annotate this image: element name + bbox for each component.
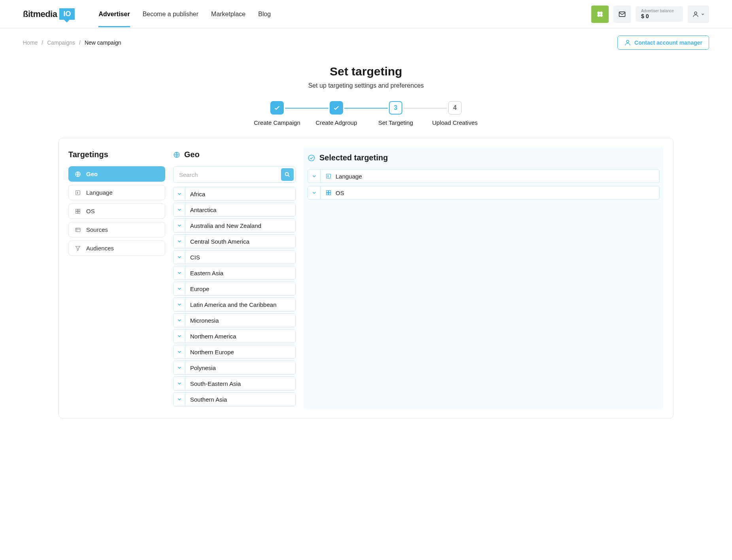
expand-button[interactable] <box>174 250 185 264</box>
expand-button[interactable] <box>308 186 321 199</box>
geo-row[interactable]: Eastern Asia <box>173 266 296 280</box>
geo-row[interactable]: Northern Europe <box>173 345 296 359</box>
step-3-box[interactable]: 3 <box>389 101 402 115</box>
selected-language-row[interactable]: Language <box>308 169 660 183</box>
selected-os-row[interactable]: OS <box>308 186 660 199</box>
expand-button[interactable] <box>174 314 185 327</box>
balance-label: Advertiser balance <box>641 9 677 13</box>
targeting-os[interactable]: OS <box>68 203 165 219</box>
targeting-language-label: Language <box>86 189 113 196</box>
targeting-audiences-label: Audiences <box>86 245 114 252</box>
audiences-icon <box>74 245 81 252</box>
geo-row[interactable]: Australia and New Zealand <box>173 218 296 233</box>
svg-point-16 <box>309 155 315 161</box>
expand-button[interactable] <box>174 219 185 232</box>
contact-account-manager-button[interactable]: Contact account manager <box>617 36 709 50</box>
step-1-label: Create Campaign <box>254 119 300 126</box>
targeting-sources[interactable]: Sources <box>68 222 165 237</box>
geo-row[interactable]: Southern Asia <box>173 392 296 406</box>
geo-row[interactable]: CIS <box>173 250 296 264</box>
step-2-box[interactable] <box>330 101 343 115</box>
targeting-sources-label: Sources <box>86 226 108 233</box>
globe-icon <box>173 151 180 158</box>
geo-title: Geo <box>173 150 296 159</box>
expand-button[interactable] <box>308 170 321 182</box>
geo-row[interactable]: Antarctica <box>173 203 296 217</box>
targeting-os-label: OS <box>86 208 95 214</box>
expand-button[interactable] <box>174 393 185 406</box>
expand-button[interactable] <box>174 298 185 311</box>
breadcrumb-home[interactable]: Home <box>23 39 38 46</box>
svg-point-1 <box>600 11 603 14</box>
chevron-down-icon <box>177 365 182 370</box>
search-icon <box>284 171 291 178</box>
page-title: Set targeting <box>0 65 732 78</box>
nav-advertiser[interactable]: Advertiser <box>98 1 130 27</box>
geo-label: South-Eastern Asia <box>185 377 245 390</box>
geo-label: Northern America <box>185 329 241 343</box>
step-1-box[interactable] <box>270 101 284 115</box>
geo-search-input[interactable] <box>175 168 281 181</box>
contact-label: Contact account manager <box>634 39 702 46</box>
geo-label: Micronesia <box>185 314 224 327</box>
geo-row[interactable]: Africa <box>173 187 296 201</box>
nav-marketplace[interactable]: Marketplace <box>211 1 245 27</box>
geo-row[interactable]: Micronesia <box>173 313 296 327</box>
chevron-down-icon <box>177 207 182 212</box>
step-2-label: Create Adgroup <box>315 119 357 126</box>
expand-button[interactable] <box>174 282 185 295</box>
geo-row[interactable]: Polynesia <box>173 361 296 375</box>
geo-label: CIS <box>185 250 205 264</box>
chevron-down-icon <box>177 270 182 276</box>
targeting-language[interactable]: Language <box>68 185 165 200</box>
expand-button[interactable] <box>174 187 185 201</box>
chevron-down-icon <box>177 397 182 402</box>
language-icon <box>74 190 81 196</box>
geo-search-button[interactable] <box>281 168 294 181</box>
logo-badge: IO <box>59 8 75 20</box>
selected-os-content: OS <box>321 186 349 199</box>
nav-blog[interactable]: Blog <box>258 1 271 27</box>
page-subtitle: Set up targeting settings and preference… <box>0 82 732 89</box>
user-menu-button[interactable] <box>688 6 709 23</box>
targeting-audiences[interactable]: Audiences <box>68 241 165 256</box>
geo-row[interactable]: Latin America and the Caribbean <box>173 297 296 312</box>
nav-publisher[interactable]: Become a publisher <box>143 1 198 27</box>
geo-row[interactable]: Northern America <box>173 329 296 343</box>
expand-button[interactable] <box>174 329 185 343</box>
geo-row[interactable]: Central South America <box>173 234 296 248</box>
mail-button[interactable] <box>613 6 631 23</box>
svg-rect-20 <box>326 193 328 195</box>
geo-row[interactable]: Europe <box>173 282 296 296</box>
logo[interactable]: ßitmedia IO <box>23 8 75 20</box>
expand-button[interactable] <box>174 266 185 280</box>
targetings-title: Targetings <box>68 150 165 159</box>
targeting-geo-label: Geo <box>86 171 98 177</box>
chevron-down-icon <box>177 381 182 386</box>
mail-icon <box>618 10 626 18</box>
breadcrumb-campaigns[interactable]: Campaigns <box>47 39 75 46</box>
svg-rect-8 <box>76 190 80 195</box>
expand-button[interactable] <box>174 345 185 359</box>
svg-rect-10 <box>78 209 80 211</box>
clover-button[interactable] <box>591 6 609 23</box>
geo-list: AfricaAntarcticaAustralia and New Zealan… <box>173 187 296 406</box>
logo-text: ßitmedia <box>23 9 57 19</box>
os-icon <box>325 190 332 196</box>
chevron-down-icon <box>177 191 182 197</box>
chevron-down-icon <box>177 254 182 260</box>
step-2: Create Adgroup <box>307 101 366 126</box>
expand-button[interactable] <box>174 377 185 390</box>
geo-label: Latin America and the Caribbean <box>185 298 281 311</box>
expand-button[interactable] <box>174 361 185 374</box>
geo-row[interactable]: South-Eastern Asia <box>173 376 296 391</box>
selected-language-content: Language <box>321 170 367 182</box>
step-4-box[interactable]: 4 <box>448 101 462 115</box>
main-nav: Advertiser Become a publisher Marketplac… <box>98 1 591 27</box>
targeting-geo[interactable]: Geo <box>68 166 165 182</box>
expand-button[interactable] <box>174 235 185 248</box>
balance-box[interactable]: Advertiser balance $ 0 <box>636 6 683 22</box>
expand-button[interactable] <box>174 203 185 216</box>
balance-value: $ 0 <box>641 13 677 19</box>
step-1: Create Campaign <box>247 101 307 126</box>
